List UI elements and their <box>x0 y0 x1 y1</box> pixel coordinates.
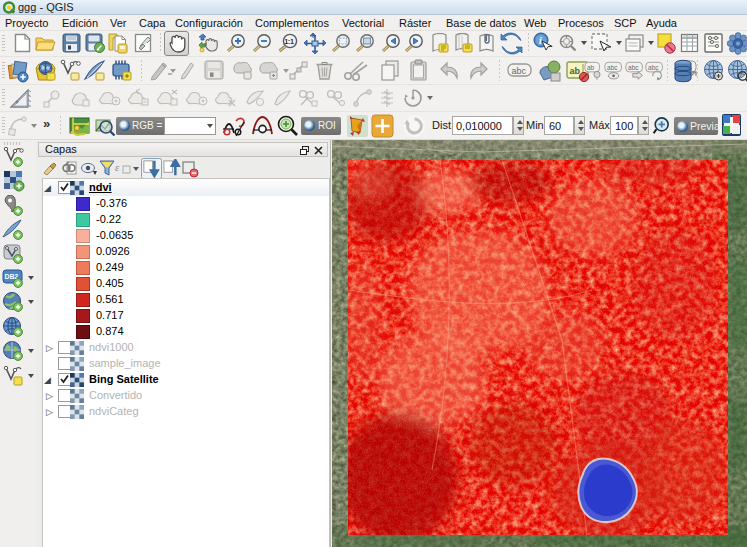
svg-text:ab: ab <box>587 64 595 71</box>
svg-text:abc: abc <box>648 64 659 71</box>
svg-text:abc: abc <box>628 64 639 71</box>
svg-text:ab: ab <box>570 66 581 76</box>
svg-text:1:1: 1:1 <box>285 38 295 45</box>
svg-text:abc: abc <box>607 64 618 71</box>
svg-text:ε: ε <box>115 161 120 173</box>
svg-text:abc: abc <box>512 66 527 76</box>
